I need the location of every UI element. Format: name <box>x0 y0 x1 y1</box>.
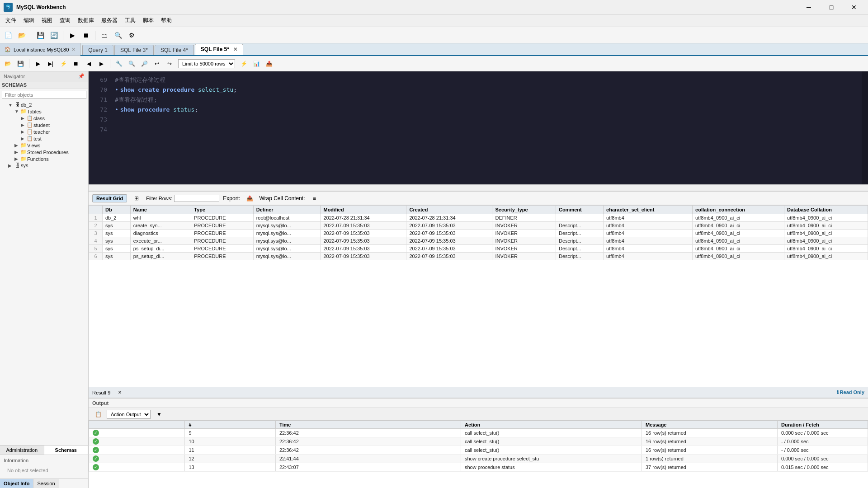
tab-query1[interactable]: Query 1 <box>82 45 113 55</box>
col-collation[interactable]: collation_connection <box>693 206 784 214</box>
minimize-button[interactable]: ─ <box>798 0 819 14</box>
tree-item-functions[interactable]: ▶ 📁 Functions <box>0 155 88 162</box>
views-icon: 📁 <box>20 142 27 148</box>
menu-script[interactable]: 脚本 <box>139 15 157 26</box>
settings-btn[interactable]: ⚙ <box>125 29 138 42</box>
refresh-btn[interactable]: 🔄 <box>47 29 60 42</box>
code-editor[interactable]: 69 70 71 72 73 74 #查看指定存储过程•show create … <box>89 71 868 184</box>
stop-exec-btn[interactable]: ⏹ <box>70 58 82 70</box>
result-table-wrapper[interactable]: Db Name Type Definer Modified Created Se… <box>89 205 868 387</box>
new-query-btn[interactable]: 📄 <box>2 29 14 42</box>
context-btn[interactable]: ⚡ <box>238 58 250 70</box>
sidebar-tab-session[interactable]: Session <box>33 479 59 488</box>
horizontal-scrollbar[interactable] <box>89 184 868 191</box>
col-definer[interactable]: Definer <box>253 206 321 214</box>
col-security[interactable]: Security_type <box>492 206 556 214</box>
beautify-btn[interactable]: 🔧 <box>113 58 125 70</box>
tree-item-db2[interactable]: ▼ 🗄 db_2 <box>0 102 88 108</box>
result-grid-tab[interactable]: Result Grid <box>92 194 127 202</box>
information-label: Information <box>4 458 85 463</box>
instance-close[interactable]: ✕ <box>71 47 75 52</box>
menu-help[interactable]: 帮助 <box>157 15 175 26</box>
filter-input[interactable] <box>2 91 86 99</box>
export-result-btn[interactable]: 📤 <box>263 58 275 70</box>
execute-btn[interactable]: ▶ <box>66 29 79 42</box>
tree-item-tables[interactable]: ▼ 📁 Tables <box>0 108 88 115</box>
col-name[interactable]: Name <box>130 206 191 214</box>
save-file-btn[interactable]: 💾 <box>14 58 26 70</box>
tree-item-stored-procedures[interactable]: ▶ 📁 Stored Procedures <box>0 149 88 155</box>
save-btn[interactable]: 💾 <box>34 29 47 42</box>
undo-btn[interactable]: ↩ <box>151 58 163 70</box>
col-rownum[interactable] <box>89 206 103 214</box>
open-file-btn[interactable]: 📂 <box>2 58 14 70</box>
tree-item-test[interactable]: ▶ 📋 test <box>0 135 88 142</box>
tab-sqlfile5[interactable]: SQL File 5* ✕ <box>195 44 243 55</box>
redo-btn[interactable]: ↪ <box>164 58 175 70</box>
zoom-in-btn[interactable]: 🔎 <box>138 58 150 70</box>
output-col-action[interactable]: Action <box>461 421 642 429</box>
col-charset[interactable]: character_set_client <box>604 206 693 214</box>
col-comment[interactable]: Comment <box>556 206 603 214</box>
menu-query[interactable]: 查询 <box>56 15 74 26</box>
schemas-section: SCHEMAS <box>0 81 88 89</box>
action-output-select[interactable]: Action Output <box>107 410 151 419</box>
col-modified[interactable]: Modified <box>321 206 406 214</box>
close-button[interactable]: ✕ <box>844 0 864 14</box>
code-content[interactable]: #查看指定存储过程•show create procedure select_s… <box>111 71 862 184</box>
col-db-collation[interactable]: Database Collation <box>784 206 868 214</box>
result-close-btn[interactable]: ✕ <box>114 387 126 398</box>
tree-item-views[interactable]: ▶ 📁 Views <box>0 142 88 149</box>
wrap-btn[interactable]: ≡ <box>309 192 321 204</box>
sidebar-tab-administration[interactable]: Administration <box>0 446 44 455</box>
window-controls: ─ □ ✕ <box>798 0 864 14</box>
format-btn[interactable]: 📊 <box>250 58 262 70</box>
menu-server[interactable]: 服务器 <box>98 15 121 26</box>
menu-view[interactable]: 视图 <box>38 15 56 26</box>
open-btn[interactable]: 📂 <box>15 29 28 42</box>
tree-item-student[interactable]: ▶ 📋 student <box>0 122 88 128</box>
stop-btn[interactable]: ⏹ <box>80 29 92 42</box>
test-label: test <box>33 136 42 141</box>
output-col-message[interactable]: Message <box>642 421 778 429</box>
output-dropdown-btn[interactable]: ▼ <box>153 408 165 420</box>
menu-database[interactable]: 数据库 <box>74 15 98 26</box>
run-btn[interactable]: ▶ <box>32 58 44 70</box>
menu-file[interactable]: 文件 <box>2 15 20 26</box>
limit-select[interactable]: Limit to 50000 rows <box>178 59 235 68</box>
tree-item-teacher[interactable]: ▶ 📋 teacher <box>0 128 88 135</box>
arrow-teacher: ▶ <box>21 129 26 134</box>
instance-tab[interactable]: 🏠 Local instance MySQL80 ✕ <box>0 43 80 56</box>
tree-item-sys[interactable]: ▶ 🗄 sys <box>0 162 88 169</box>
filter-rows-input[interactable] <box>174 195 219 202</box>
col-type[interactable]: Type <box>191 206 253 214</box>
search-btn[interactable]: 🔍 <box>126 58 137 70</box>
sidebar-tab-schemas[interactable]: Schemas <box>44 446 89 455</box>
menu-tools[interactable]: 工具 <box>121 15 139 26</box>
grid-icon-btn[interactable]: ⊞ <box>131 192 142 204</box>
menu-edit[interactable]: 编辑 <box>20 15 38 26</box>
output-col-num[interactable]: # <box>185 421 275 429</box>
run-selection-btn[interactable]: ▶| <box>45 58 57 70</box>
tab-close-icon[interactable]: ✕ <box>233 47 237 52</box>
output-col-duration[interactable]: Duration / Fetch <box>778 421 868 429</box>
output-table-wrapper[interactable]: # Time Action Message Duration / Fetch ✓… <box>89 421 868 488</box>
tab-sqlfile3[interactable]: SQL File 3* <box>114 45 154 55</box>
next-btn[interactable]: ▶ <box>95 58 107 70</box>
maximize-button[interactable]: □ <box>821 0 842 14</box>
run-current-btn[interactable]: ⚡ <box>57 58 69 70</box>
sidebar-pin-icon[interactable]: 📌 <box>78 73 85 79</box>
export-btn[interactable]: 📤 <box>244 192 255 204</box>
output-icon-btn[interactable]: 📋 <box>92 408 104 420</box>
schema-btn[interactable]: 🗃 <box>98 29 111 42</box>
output-cell-message: 16 row(s) returned <box>642 437 778 446</box>
tab-sqlfile4[interactable]: SQL File 4* <box>155 45 194 55</box>
tree-item-class[interactable]: ▶ 📋 class <box>0 115 88 122</box>
col-created[interactable]: Created <box>406 206 492 214</box>
inspect-btn[interactable]: 🔍 <box>112 29 124 42</box>
col-db[interactable]: Db <box>103 206 131 214</box>
output-col-time[interactable]: Time <box>275 421 461 429</box>
sidebar-tab-object-info[interactable]: Object Info <box>0 479 33 488</box>
prev-btn[interactable]: ◀ <box>83 58 94 70</box>
table-row: 3sysdiagnosticsPROCEDUREmysql.sys@lo...2… <box>89 230 868 237</box>
